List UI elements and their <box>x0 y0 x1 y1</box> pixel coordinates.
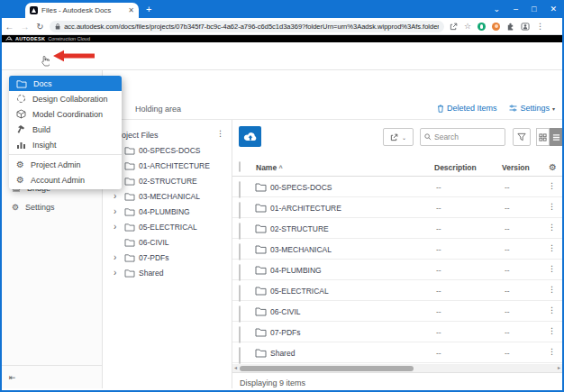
sidebar-item-settings[interactable]: ⚙ Settings <box>2 199 102 214</box>
new-tab-button[interactable]: + <box>146 3 151 16</box>
table-row[interactable]: 00-SPECS-DOCS -- -- ⋮ <box>232 177 562 197</box>
row-name[interactable]: 07-PDFs <box>270 328 301 337</box>
tree-item[interactable]: › 06-CIVIL <box>103 234 232 250</box>
list-view-button[interactable] <box>550 128 563 146</box>
sidebar-collapse-bar[interactable]: ⇤ <box>2 365 102 388</box>
tree-item[interactable]: › 03-MECHANICAL <box>103 188 232 204</box>
row-menu-icon[interactable]: ⋮ <box>548 285 556 294</box>
profile-icon[interactable] <box>521 23 530 31</box>
menu-item-project-admin[interactable]: ⚙ Project Admin <box>9 157 122 172</box>
extension-green-icon[interactable] <box>478 23 486 31</box>
row-name[interactable]: 06-CIVIL <box>270 307 301 316</box>
row-checkbox[interactable] <box>239 203 241 219</box>
row-menu-icon[interactable]: ⋮ <box>548 347 556 356</box>
menu-item-build[interactable]: Build <box>9 122 122 137</box>
forward-icon[interactable]: → <box>17 22 32 32</box>
row-menu-icon[interactable]: ⋮ <box>548 202 556 211</box>
search-box[interactable] <box>420 128 505 146</box>
filter-funnel-icon <box>517 132 526 141</box>
deleted-items-button[interactable]: Deleted Items <box>437 104 497 113</box>
search-input[interactable] <box>434 132 497 141</box>
menu-item-account-admin[interactable]: ⚙ Account Admin <box>9 172 122 187</box>
maximize-button[interactable]: □ <box>532 5 536 14</box>
tree-root-project-files[interactable]: Project Files ⋮ <box>103 127 232 142</box>
tree-item[interactable]: › 02-STRUCTURE <box>103 173 232 188</box>
scroll-right-icon[interactable]: ▸ <box>558 364 560 372</box>
menu-item-docs[interactable]: Docs <box>9 76 122 91</box>
row-checkbox[interactable] <box>239 306 241 323</box>
row-checkbox[interactable] <box>239 348 241 364</box>
row-name[interactable]: 00-SPECS-DOCS <box>270 183 332 192</box>
grid-view-button[interactable] <box>536 128 550 146</box>
extension-person-icon[interactable] <box>492 23 500 31</box>
table-row[interactable]: 01-ARCHITECTURE -- -- ⋮ <box>232 197 562 218</box>
filter-button[interactable] <box>513 128 531 146</box>
tree-item[interactable]: › 00-SPECS-DOCS <box>103 142 232 158</box>
table-row[interactable]: 05-ELECTRICAL -- -- ⋮ <box>232 280 562 301</box>
row-checkbox[interactable] <box>239 244 241 260</box>
menu-item-insight[interactable]: Insight <box>9 137 122 152</box>
menu-item-design-collaboration[interactable]: Design Collaboration <box>9 91 122 106</box>
row-checkbox[interactable] <box>239 265 241 281</box>
table-row[interactable]: 06-CIVIL -- -- ⋮ <box>232 301 562 322</box>
tree-root-menu-icon[interactable]: ⋮ <box>216 129 224 138</box>
chevron-right-icon[interactable]: › <box>114 192 123 201</box>
browser-menu-icon[interactable]: ⋮ <box>536 22 544 31</box>
row-menu-icon[interactable]: ⋮ <box>548 181 556 190</box>
chevron-right-icon[interactable]: › <box>114 207 123 216</box>
row-checkbox[interactable] <box>239 286 241 302</box>
view-settings-button[interactable]: Settings ▾ <box>509 104 555 113</box>
share-icon[interactable] <box>450 23 458 31</box>
horizontal-scrollbar[interactable]: ◂ ▸ <box>232 364 562 372</box>
tree-item[interactable]: › 01-ARCHITECTURE <box>103 158 232 173</box>
row-name[interactable]: Shared <box>270 349 295 358</box>
row-name[interactable]: 04-PLUMBING <box>270 266 322 275</box>
chevron-right-icon[interactable]: › <box>114 223 123 232</box>
tree-item[interactable]: › 04-PLUMBING <box>103 204 232 219</box>
row-menu-icon[interactable]: ⋮ <box>548 243 556 252</box>
menu-item-model-coordination[interactable]: Model Coordination <box>9 106 122 122</box>
tree-item[interactable]: › Shared <box>103 265 232 280</box>
row-checkbox[interactable] <box>239 223 241 240</box>
extensions-puzzle-icon[interactable] <box>506 22 514 31</box>
row-checkbox[interactable] <box>239 182 241 198</box>
table-row[interactable]: 07-PDFs -- -- ⋮ <box>232 322 562 342</box>
table-row[interactable]: 02-STRUCTURE -- -- ⋮ <box>232 218 562 239</box>
row-name[interactable]: 03-MECHANICAL <box>270 245 332 254</box>
browser-tab[interactable]: Files - Autodesk Docs ✕ <box>25 3 139 18</box>
collapse-sidebar-icon[interactable]: ⇤ <box>9 373 16 382</box>
row-checkbox[interactable] <box>239 327 241 343</box>
column-settings-gear-icon[interactable]: ⚙ <box>549 162 557 172</box>
refresh-icon[interactable]: ↻ <box>32 22 48 32</box>
scrollbar-thumb[interactable] <box>240 366 414 371</box>
scroll-left-icon[interactable]: ◂ <box>234 364 237 372</box>
table-row[interactable]: Shared -- -- ⋮ <box>232 342 562 363</box>
tab-close-icon[interactable]: ✕ <box>128 6 134 14</box>
export-button[interactable]: ⌄ <box>383 128 414 146</box>
chevron-right-icon[interactable]: › <box>114 269 123 278</box>
row-menu-icon[interactable]: ⋮ <box>548 264 556 273</box>
row-name[interactable]: 05-ELECTRICAL <box>270 287 329 296</box>
column-header-version[interactable]: Version <box>502 163 530 172</box>
chevron-right-icon[interactable]: › <box>114 253 123 262</box>
tab-holding-area[interactable]: Holding area <box>135 105 181 114</box>
upload-button[interactable] <box>239 126 261 147</box>
bookmark-star-icon[interactable]: ☆ <box>464 22 471 31</box>
tree-item[interactable]: › 05-ELECTRICAL <box>103 219 232 234</box>
row-menu-icon[interactable]: ⋮ <box>548 326 556 335</box>
back-icon[interactable]: ← <box>2 22 17 32</box>
row-menu-icon[interactable]: ⋮ <box>548 305 556 315</box>
row-menu-icon[interactable]: ⋮ <box>548 223 556 232</box>
row-name[interactable]: 02-STRUCTURE <box>270 224 329 233</box>
row-name[interactable]: 01-ARCHITECTURE <box>270 204 341 213</box>
column-header-name[interactable]: Name ^ <box>256 163 283 172</box>
table-row[interactable]: 04-PLUMBING -- -- ⋮ <box>232 260 562 280</box>
column-header-description[interactable]: Description <box>434 163 477 172</box>
table-row[interactable]: 03-MECHANICAL -- -- ⋮ <box>232 239 562 260</box>
minimize-button[interactable]: – <box>514 5 518 14</box>
tree-item[interactable]: › 07-PDFs <box>103 250 232 265</box>
select-all-checkbox[interactable] <box>239 162 241 171</box>
tab-search-icon[interactable]: ⌄ <box>493 5 500 14</box>
url-bar[interactable]: acc.autodesk.com/docs/files/projects/07b… <box>50 21 444 32</box>
close-button[interactable]: ✕ <box>550 5 557 14</box>
